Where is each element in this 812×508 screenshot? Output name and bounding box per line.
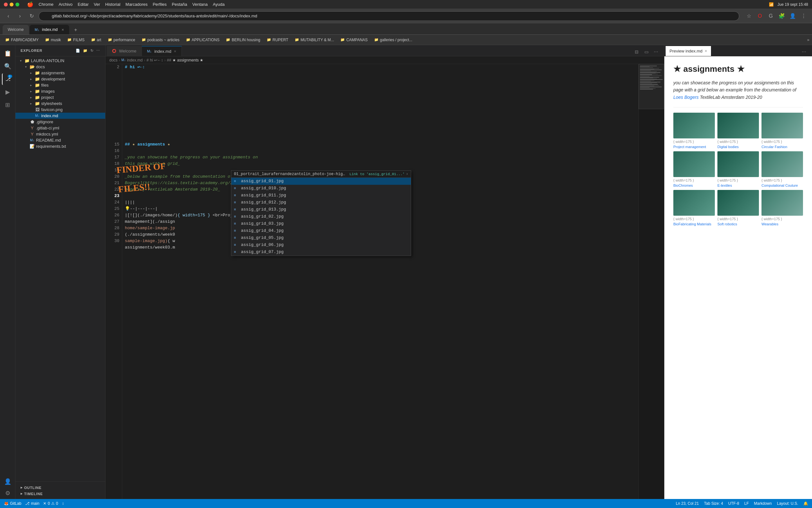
ac-item-1[interactable]: ≡ assig_grid_010.jpg [231,185,411,192]
new-tab-button[interactable]: + [71,26,80,35]
encoding-status[interactable]: UTF-8 [728,501,739,506]
tree-requirements[interactable]: 📝 requirements.txt [15,143,105,150]
ac-item-10[interactable]: ≡ assig_grid_07.jpg [231,249,411,256]
menu-ventana[interactable]: Ventana [192,2,208,7]
tree-gitlab-ci[interactable]: Y .gitlab-ci.yml [15,125,105,131]
bookmark-applications[interactable]: APPLICATIONS [183,37,222,43]
tree-root-item[interactable]: ▾ 📁 LAURA-ANTOLIN [15,58,105,64]
preview-more-btn[interactable]: ⋯ [800,48,808,56]
tree-files[interactable]: ▸ 📁 files [15,82,105,88]
more-menu-icon[interactable]: ⋮ [799,11,808,20]
breadcrumb-docs[interactable]: docs [109,58,117,62]
bookmark-films[interactable]: FILMS [65,37,87,43]
tree-mkdocs[interactable]: Y mkdocs.yml [15,131,105,137]
profile-icon[interactable]: 👤 [788,11,797,20]
bookmark-musik[interactable]: musik [43,37,63,43]
tab-index-md[interactable]: M↓ index.md ✕ [30,25,69,35]
bookmark-rupert[interactable]: RUPERT [264,37,291,43]
bookmark-icon[interactable]: ☆ [745,11,754,20]
maximize-btn[interactable] [15,3,19,6]
activity-source-control[interactable]: ⎇ 1 [2,73,13,85]
translate-icon[interactable]: G [766,11,775,20]
menu-pestana[interactable]: Pestaña [172,2,187,7]
reload-button[interactable]: ↻ [27,11,36,20]
activity-files[interactable]: 📋 [2,48,13,59]
layout-status[interactable]: Layout: U.S. [777,501,798,506]
tab-close-icon[interactable]: ✕ [61,28,64,32]
bookmarks-more-icon[interactable]: » [807,37,809,42]
ac-item-4[interactable]: ≡ assig_grid_013.jpg [231,206,411,213]
autocomplete-popup[interactable]: 01_portrait_laurafernandezantolin_photo-… [231,170,411,256]
new-file-icon[interactable]: 📄 [76,49,81,53]
tab-welcome[interactable]: Welcome [3,25,29,35]
menu-marcadores[interactable]: Marcadores [126,2,148,7]
editor-tab-welcome[interactable]: ⭕ Welcome [107,46,142,56]
tree-development[interactable]: ▸ 📁 development [15,76,105,82]
editor-tab-index-md[interactable]: M↓ index.md ✕ [142,46,182,56]
menu-ver[interactable]: Ver [94,2,100,7]
eol-status[interactable]: LF [745,501,749,506]
activity-settings[interactable]: ⚙ [2,488,13,499]
address-bar[interactable] [39,11,739,21]
outline-section[interactable]: ▸ OUTLINE [15,484,105,490]
sync-status[interactable]: ↕ [62,501,64,506]
menu-editar[interactable]: Editar [78,2,89,7]
back-button[interactable]: ‹ [4,11,13,20]
ac-item-7[interactable]: ≡ assig_grid_04.jpg [231,227,411,235]
tree-gitignore[interactable]: ⬟ .gitignore [15,119,105,125]
preview-tab-index-md[interactable]: Preview index.md ✕ [666,46,711,56]
errors-status[interactable]: ✕ 0 ⚠ 0 [43,501,58,506]
ac-item-0[interactable]: ≡ assig_grid_01.jpg [231,178,411,185]
split-editor-btn[interactable]: ⊟ [632,48,641,56]
bookmark-podcasts[interactable]: podcasts ~ articles [139,37,182,43]
branch-status[interactable]: ⎇ main [25,501,39,506]
tree-images[interactable]: ▸ 📁 images [15,88,105,94]
activity-search[interactable]: 🔍 [2,60,13,72]
tree-stylesheets[interactable]: ▸ 📁 stylesheets [15,100,105,107]
gitlab-status[interactable]: 🦊 GitLab [4,501,21,506]
line-col-status[interactable]: Ln 23, Col 21 [676,501,699,506]
opera-icon[interactable]: O [755,11,764,20]
new-folder-icon[interactable]: 📁 [83,49,88,53]
activity-extensions[interactable]: ⊞ [2,99,13,111]
breadcrumb-index-md[interactable]: index.md [127,58,143,62]
forward-button[interactable]: › [15,11,25,20]
ac-item-6[interactable]: ≡ assig_grid_03.jpg [231,220,411,227]
extensions-icon[interactable]: 🧩 [777,11,786,20]
menu-chrome[interactable]: Chrome [39,2,53,7]
minimize-btn[interactable] [10,3,13,6]
menu-archivo[interactable]: Archivo [58,2,73,7]
more-actions-btn[interactable]: ⋯ [652,48,660,56]
menu-ayuda[interactable]: Ayuda [213,2,225,7]
activity-account[interactable]: 👤 [2,476,13,488]
tree-project[interactable]: ▸ 📁 project [15,94,105,100]
tab-close-icon[interactable]: ✕ [174,50,176,53]
activity-run[interactable]: ▶ [2,86,13,98]
close-btn[interactable] [4,3,8,6]
bookmark-fabricademy[interactable]: FABRICADEMY [3,37,41,43]
bookmark-art[interactable]: art [89,37,104,43]
tree-index-md[interactable]: M↓ index.md [15,113,105,119]
menu-perfiles[interactable]: Perfiles [153,2,166,7]
code-content[interactable]: # hi ↩←↕ ## ★ assignments ★ _you can sho… [122,64,638,499]
tab-size-status[interactable]: Tab Size: 4 [704,501,723,506]
tree-readme[interactable]: M↓ README.md [15,137,105,143]
preview-tab-close-icon[interactable]: ✕ [705,49,707,53]
timeline-section[interactable]: ▸ TIMELINE [15,490,105,497]
tree-favicon[interactable]: 🖼 favicon.png [15,107,105,113]
bell-status[interactable]: 🔔 [803,501,808,506]
bookmark-performance[interactable]: performance [105,37,138,43]
tree-docs[interactable]: ▾ 📂 docs [15,64,105,70]
ac-item-9[interactable]: ≡ assig_grid_06.jpg [231,242,411,249]
tree-assignments[interactable]: ▸ 📁 assignments [15,70,105,76]
ac-item-2[interactable]: ≡ assig_grid_011.jpg [231,192,411,199]
bookmark-berlin[interactable]: BERLIN housing [223,37,263,43]
breadcrumb-assignments[interactable]: ★ assignments ★ [173,58,203,62]
menu-historial[interactable]: Historial [105,2,120,7]
preview-loes-link[interactable]: Loes Bogers [673,95,699,100]
ac-item-3[interactable]: ≡ assig_grid_012.jpg [231,199,411,206]
toggle-panel-btn[interactable]: ▭ [642,48,651,56]
breadcrumb-hi[interactable]: hi ↩←↕ [150,58,163,62]
ac-item-8[interactable]: ≡ assig_grid_05.jpg [231,235,411,242]
bookmark-galleries[interactable]: galleries / project... [372,37,415,43]
